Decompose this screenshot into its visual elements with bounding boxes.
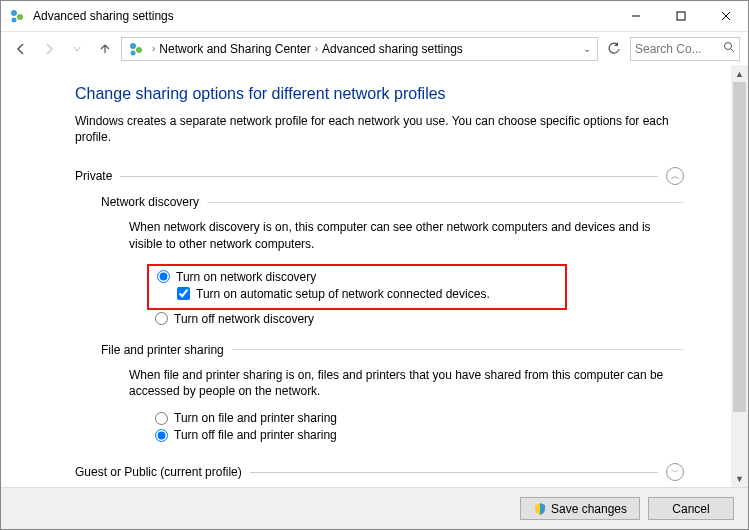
svg-rect-4 [677,12,685,20]
network-icon [9,8,25,24]
file-printer-heading: File and printer sharing [101,343,684,357]
svg-point-8 [136,47,142,53]
svg-point-10 [725,43,732,50]
page-heading: Change sharing options for different net… [75,85,684,103]
minimize-button[interactable] [613,1,658,31]
close-button[interactable] [703,1,748,31]
scroll-down-button[interactable]: ▼ [731,470,748,487]
network-discovery-heading: Network discovery [101,195,684,209]
navbar: › Network and Sharing Center › Advanced … [1,31,748,65]
section-private-header[interactable]: Private ︿ [75,167,684,185]
back-button[interactable] [9,37,33,61]
chevron-up-icon[interactable]: ︿ [666,167,684,185]
titlebar: Advanced sharing settings [1,1,748,31]
search-placeholder: Search Co... [635,42,702,56]
network-discovery-desc: When network discovery is on, this compu… [129,219,684,251]
maximize-button[interactable] [658,1,703,31]
checkbox-input[interactable] [177,287,190,300]
forward-button[interactable] [37,37,61,61]
radio-nd-off[interactable]: Turn off network discovery [155,312,684,326]
chevron-right-icon: › [152,43,155,54]
vertical-scrollbar[interactable]: ▲ ▼ [731,65,748,487]
search-icon [723,41,735,56]
footer: Save changes Cancel [1,487,748,529]
up-button[interactable] [93,37,117,61]
section-private-label: Private [75,169,112,183]
scroll-track[interactable] [731,82,748,470]
radio-fp-off[interactable]: Turn off file and printer sharing [155,428,684,442]
radio-nd-on[interactable]: Turn on network discovery [157,270,559,284]
content-area: Change sharing options for different net… [1,65,748,487]
checkbox-auto-setup[interactable]: Turn on automatic setup of network conne… [177,287,559,301]
radio-input[interactable] [157,270,170,283]
radio-input[interactable] [155,412,168,425]
svg-point-7 [130,43,136,49]
svg-point-9 [131,50,136,55]
radio-input[interactable] [155,312,168,325]
svg-point-2 [12,18,17,23]
highlight-annotation: Turn on network discovery Turn on automa… [147,264,567,310]
window-title: Advanced sharing settings [33,9,613,23]
svg-point-0 [11,10,17,16]
breadcrumb-current[interactable]: Advanced sharing settings [322,42,463,56]
network-icon [128,41,144,57]
file-printer-desc: When file and printer sharing is on, fil… [129,367,684,399]
radio-fp-on[interactable]: Turn on file and printer sharing [155,411,684,425]
scroll-thumb[interactable] [733,82,746,412]
recent-dropdown[interactable] [65,37,89,61]
radio-input[interactable] [155,429,168,442]
svg-line-11 [731,49,734,52]
svg-point-1 [17,14,23,20]
chevron-down-icon[interactable]: ﹀ [666,463,684,481]
refresh-button[interactable] [602,37,626,61]
cancel-button[interactable]: Cancel [648,497,734,520]
shield-icon [533,502,547,516]
page-intro: Windows creates a separate network profi… [75,113,684,145]
search-input[interactable]: Search Co... [630,37,740,61]
section-guest-header[interactable]: Guest or Public (current profile) ﹀ [75,463,684,481]
scroll-up-button[interactable]: ▲ [731,65,748,82]
save-button[interactable]: Save changes [520,497,640,520]
section-guest-label: Guest or Public (current profile) [75,465,242,479]
breadcrumb-parent[interactable]: Network and Sharing Center [159,42,310,56]
breadcrumb-dropdown[interactable]: ⌄ [583,43,595,54]
chevron-right-icon: › [315,43,318,54]
breadcrumb[interactable]: › Network and Sharing Center › Advanced … [121,37,598,61]
